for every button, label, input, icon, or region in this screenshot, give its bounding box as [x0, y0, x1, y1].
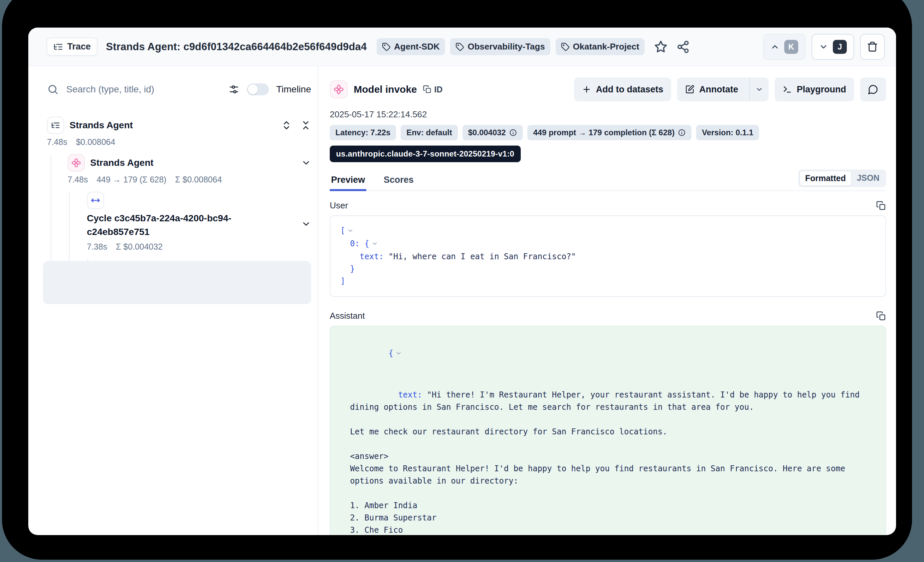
json-open-brace: { — [388, 349, 393, 358]
chevron-down-icon[interactable] — [301, 219, 311, 229]
metric-value: $0.008064 — [76, 137, 115, 147]
model-name-badge[interactable]: us.anthropic.claude-3-7-sonnet-20250219-… — [330, 146, 521, 162]
metric-value: 7.48s — [47, 137, 67, 147]
prev-trace-button[interactable]: K — [763, 34, 806, 60]
copy-icon[interactable] — [876, 311, 886, 321]
tag-list: Agent-SDKObservability-TagsOkatank-Proje… — [376, 38, 645, 55]
user-section-label: User — [330, 200, 348, 211]
agent-pinwheel-icon — [68, 154, 85, 172]
add-to-datasets-button[interactable]: Add to datasets — [574, 78, 672, 102]
tab-preview[interactable]: Preview — [330, 175, 366, 190]
json-string-value: "Hi there! I'm Restaurant Helper, your r… — [350, 390, 864, 535]
list-tree-icon — [53, 42, 63, 52]
tabs: PreviewScores — [330, 175, 431, 190]
metadata-badge: Env: default — [400, 125, 458, 140]
observation-title: Model invoke — [354, 84, 417, 95]
metric-value: Σ $0.008064 — [175, 175, 222, 184]
tree-node-metrics: 7.48s$0.008064 — [47, 137, 311, 147]
expand-all-icon[interactable] — [281, 120, 292, 131]
info-icon[interactable] — [509, 129, 517, 137]
json-code-line: text: "Hi, where can I eat in San Franci… — [340, 251, 875, 263]
copy-icon — [423, 85, 432, 94]
collapse-chevron-icon[interactable] — [347, 227, 354, 236]
tree-node-label: Cycle c3c45b7a-224a-4200-bc94-c24eb857e7… — [87, 212, 246, 239]
tag-icon — [456, 43, 464, 51]
metric-value: 7.48s — [68, 175, 88, 184]
share-icon[interactable] — [676, 40, 690, 54]
trace-type-badge: Trace — [46, 37, 98, 56]
page-title: Strands Agent: c9d6f01342ca664464b2e56f6… — [106, 41, 367, 53]
star-icon[interactable] — [654, 40, 668, 54]
comments-button[interactable] — [860, 78, 886, 102]
tag-pill[interactable]: Agent-SDK — [376, 38, 445, 55]
search-input[interactable] — [66, 84, 221, 95]
metric-value: Σ $0.004032 — [116, 242, 163, 251]
tree-node-metrics: 7.38sΣ $0.004032 — [87, 242, 311, 251]
annotate-button[interactable]: Annotate — [677, 78, 745, 102]
tree-node-metrics: 7.48s449 → 179 (Σ 628)Σ $0.008064 — [68, 175, 311, 184]
collapse-all-icon[interactable] — [300, 120, 311, 131]
user-message-json: [ 0: { text: "Hi, where can I eat in San… — [330, 215, 886, 297]
metadata-badge: $0.004032 — [462, 125, 523, 140]
filter-sliders-icon[interactable] — [228, 84, 240, 95]
cycle-arrows-icon — [87, 192, 104, 209]
format-option-formatted[interactable]: Formatted — [800, 171, 852, 186]
chevron-up-icon — [770, 42, 780, 51]
timeline-toggle[interactable] — [247, 84, 269, 96]
trace-badge-label: Trace — [67, 42, 91, 52]
playground-label: Playground — [796, 84, 846, 95]
annotate-label: Annotate — [699, 84, 738, 95]
assistant-message-json: { text: "Hi there! I'm Restaurant Helper… — [330, 326, 886, 535]
search-icon — [47, 84, 59, 96]
collapse-chevron-icon[interactable] — [371, 240, 378, 249]
trace-tree-pane: Timeline Strands Agent — [28, 66, 318, 535]
tag-icon — [382, 43, 391, 51]
chevron-down-icon — [819, 42, 828, 51]
copy-id-chip[interactable]: ID — [423, 85, 442, 94]
annotate-split-button: Annotate — [677, 78, 769, 102]
metric-value: 449 → 179 (Σ 628) — [96, 175, 166, 184]
annotate-dropdown-button[interactable] — [749, 78, 769, 102]
tree-node-label: Strands Agent — [69, 120, 133, 131]
tag-pill[interactable]: Observability-Tags — [450, 38, 550, 55]
terminal-icon — [783, 85, 792, 94]
assistant-section-label: Assistant — [330, 311, 365, 321]
tab-bar: PreviewScores FormattedJSON — [330, 169, 886, 191]
metadata-badge: Version: 0.1.1 — [696, 125, 759, 140]
trash-icon — [867, 41, 878, 52]
pen-square-icon — [685, 85, 694, 94]
delete-trace-button[interactable] — [860, 34, 885, 60]
metadata-badges: Latency: 7.22sEnv: default$0.004032449 p… — [330, 125, 886, 140]
window-header: Trace Strands Agent: c9d6f01342ca664464b… — [28, 28, 896, 66]
tree-node-label: Strands Agent — [90, 157, 153, 168]
trace-tree: Strands Agent 7.48s$0.008064 — [47, 117, 311, 298]
json-code-line: 0: { — [340, 238, 875, 251]
tab-scores[interactable]: Scores — [382, 175, 415, 190]
tag-pill[interactable]: Okatank-Project — [556, 38, 645, 55]
info-icon[interactable] — [678, 129, 686, 137]
id-label: ID — [434, 85, 442, 94]
list-tree-icon — [47, 117, 64, 134]
json-code-line: [ — [340, 225, 875, 238]
observation-timestamp: 2025-05-17 15:22:14.562 — [330, 109, 886, 120]
agent-pinwheel-icon — [330, 81, 348, 99]
selected-row-highlight — [43, 261, 311, 304]
add-to-datasets-label: Add to datasets — [596, 84, 663, 95]
user-avatar-k: K — [784, 40, 798, 54]
app-window: Trace Strands Agent: c9d6f01342ca664464b… — [28, 28, 896, 535]
observation-detail-pane: Model invoke ID Add to datasets — [318, 66, 896, 535]
tag-icon — [561, 43, 570, 51]
json-code-line: } — [340, 263, 875, 275]
playground-button[interactable]: Playground — [775, 78, 854, 102]
metric-value: 7.38s — [87, 242, 107, 251]
next-trace-button[interactable]: J — [812, 34, 854, 60]
collapse-chevron-icon[interactable] — [395, 349, 402, 359]
user-avatar-j: J — [833, 40, 847, 54]
timeline-label: Timeline — [276, 84, 311, 95]
format-option-json[interactable]: JSON — [852, 171, 885, 186]
json-key: text: — [398, 390, 422, 399]
json-code-line: ] — [340, 275, 875, 287]
format-toggle: FormattedJSON — [798, 169, 886, 187]
copy-icon[interactable] — [876, 201, 886, 211]
chevron-down-icon[interactable] — [301, 158, 311, 168]
